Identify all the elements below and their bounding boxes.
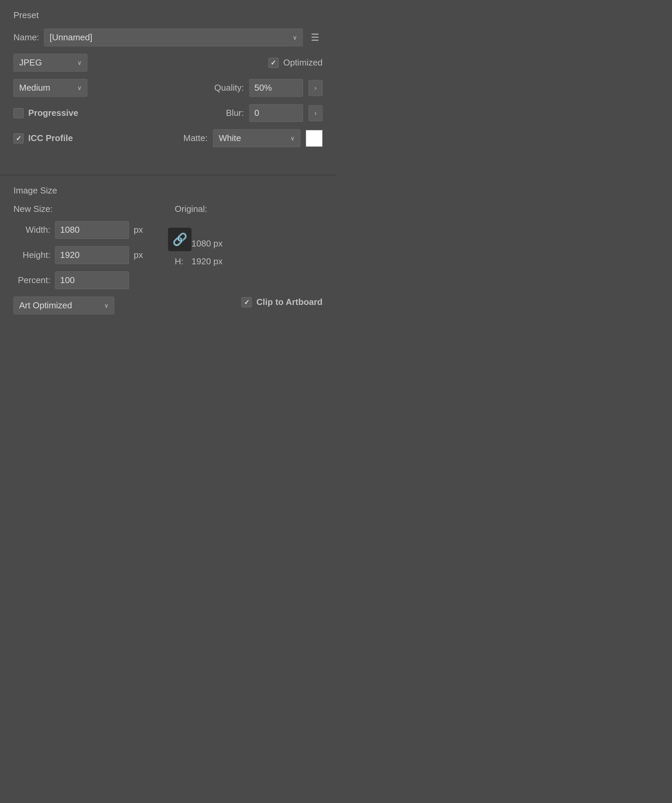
- progressive-checkbox-wrapper[interactable]: Progressive: [13, 108, 78, 118]
- blur-value-input[interactable]: [249, 104, 303, 122]
- width-label: Width:: [13, 225, 50, 235]
- resolution-chevron-icon: ∨: [104, 302, 109, 309]
- original-h-label: H:: [175, 256, 188, 267]
- percent-row: Percent:: [13, 271, 161, 289]
- progressive-label: Progressive: [28, 108, 78, 118]
- clip-label: Clip to Artboard: [256, 297, 322, 307]
- matte-chevron-icon: ∨: [290, 135, 295, 142]
- quality-level-chevron-icon: ∨: [77, 84, 81, 92]
- preset-name-value: [Unnamed]: [50, 32, 93, 43]
- progressive-checkbox[interactable]: [13, 108, 23, 118]
- preset-name-label: Name:: [13, 32, 39, 43]
- link-dimensions-btn[interactable]: 🔗: [168, 228, 192, 251]
- original-header: Original:: [175, 204, 322, 214]
- bottom-options-row: Art Optimized ∨: [13, 297, 161, 314]
- preset-section: Preset Name: [Unnamed] ∨ ☰ JPEG ∨ Optimi…: [0, 0, 336, 175]
- original-w-value: 1080 px: [192, 239, 223, 249]
- progressive-blur-row: Progressive Blur: ›: [13, 104, 322, 122]
- original-h-row: H: 1920 px: [175, 256, 322, 267]
- preset-list-icon[interactable]: ☰: [308, 30, 322, 45]
- optimized-checkbox[interactable]: [268, 58, 278, 68]
- height-unit: px: [134, 250, 143, 260]
- clip-checkbox[interactable]: [242, 297, 252, 307]
- preset-name-row: Name: [Unnamed] ∨ ☰: [13, 29, 322, 46]
- quality-level-dropdown[interactable]: Medium ∨: [13, 79, 87, 97]
- format-chevron-icon: ∨: [77, 59, 81, 67]
- percent-label: Percent:: [13, 275, 50, 286]
- preset-title: Preset: [13, 10, 322, 21]
- height-input[interactable]: [55, 246, 129, 264]
- height-row: Height: px: [13, 246, 161, 264]
- width-row: Width: px 🔗: [13, 221, 161, 239]
- percent-input[interactable]: [55, 271, 129, 289]
- format-value: JPEG: [19, 57, 42, 68]
- icc-label: ICC Profile: [28, 133, 73, 143]
- icc-checkbox[interactable]: [13, 133, 23, 143]
- icc-matte-row: ICC Profile Matte: White ∨: [13, 129, 322, 147]
- optimized-checkbox-wrapper[interactable]: Optimized: [268, 57, 322, 68]
- blur-label: Blur:: [226, 108, 244, 118]
- quality-label: Quality:: [214, 83, 244, 93]
- quality-row: Medium ∨ Quality: ›: [13, 79, 322, 97]
- image-size-grid: New Size: Width: px 🔗 Height: px Percent…: [13, 204, 322, 314]
- height-label: Height:: [13, 250, 50, 260]
- original-h-value: 1920 px: [192, 256, 223, 267]
- image-size-title: Image Size: [13, 185, 322, 196]
- clip-checkbox-wrapper[interactable]: Clip to Artboard: [242, 297, 322, 307]
- width-input[interactable]: [55, 221, 129, 239]
- new-size-header: New Size:: [13, 204, 161, 214]
- image-size-section: Image Size New Size: Width: px 🔗 Height:…: [0, 175, 336, 335]
- matte-value: White: [219, 133, 241, 143]
- image-size-left-col: New Size: Width: px 🔗 Height: px Percent…: [13, 204, 168, 314]
- icc-checkbox-wrapper[interactable]: ICC Profile: [13, 133, 73, 143]
- resolution-value: Art Optimized: [19, 300, 72, 310]
- quality-value-input[interactable]: [249, 79, 303, 97]
- resolution-dropdown[interactable]: Art Optimized ∨: [13, 297, 114, 314]
- format-row: JPEG ∨ Optimized: [13, 54, 322, 72]
- matte-label: Matte:: [184, 133, 208, 143]
- optimized-label: Optimized: [283, 57, 322, 68]
- link-icon: 🔗: [172, 232, 187, 247]
- preset-name-chevron-icon: ∨: [293, 34, 297, 41]
- clip-artboard-row: Clip to Artboard: [175, 297, 322, 307]
- format-dropdown[interactable]: JPEG ∨: [13, 54, 87, 72]
- quality-chevron-btn[interactable]: ›: [308, 80, 322, 96]
- image-size-right-col: Original: W: 1080 px H: 1920 px Clip to …: [168, 204, 322, 314]
- matte-color-swatch[interactable]: [306, 130, 322, 147]
- preset-name-dropdown[interactable]: [Unnamed] ∨: [44, 29, 303, 46]
- width-unit: px: [134, 225, 143, 235]
- original-w-row: W: 1080 px: [175, 239, 322, 249]
- matte-dropdown[interactable]: White ∨: [213, 129, 300, 147]
- blur-chevron-btn[interactable]: ›: [308, 105, 322, 121]
- quality-level-value: Medium: [19, 83, 50, 93]
